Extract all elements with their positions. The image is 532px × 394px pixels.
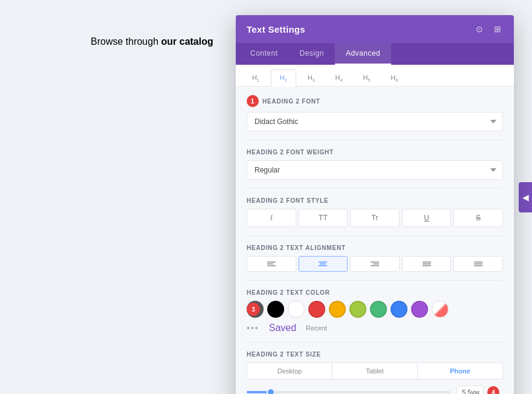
color-label: Heading 2 Text Color xyxy=(247,289,503,296)
tab-advanced[interactable]: Advanced xyxy=(335,43,391,65)
color-footer: ••• Saved Recent xyxy=(247,323,503,333)
align-justify[interactable] xyxy=(402,256,452,272)
modal-title: Text Settings xyxy=(247,24,305,34)
heading-tab-h6[interactable]: H6 xyxy=(381,70,407,86)
device-tabs: Desktop Tablet Phone xyxy=(247,363,503,379)
slider-thumb[interactable] xyxy=(267,388,275,394)
font-section: 1 Heading 2 Font Didact Gothic xyxy=(236,87,514,140)
weight-section: Heading 2 Font Weight Regular xyxy=(236,140,514,188)
align-right[interactable] xyxy=(350,256,400,272)
device-phone[interactable]: Phone xyxy=(418,363,502,379)
align-force-justify[interactable] xyxy=(453,256,503,272)
slider-value-group: 5.5vw 4 xyxy=(456,386,503,394)
heading-tab-h1[interactable]: H1 xyxy=(243,70,268,86)
style-capitalize[interactable]: Tr xyxy=(350,209,400,227)
tab-content[interactable]: Content xyxy=(239,43,289,65)
align-left[interactable] xyxy=(247,256,296,272)
device-desktop[interactable]: Desktop xyxy=(247,363,332,379)
color-black[interactable] xyxy=(267,301,284,318)
tab-design[interactable]: Design xyxy=(289,43,335,65)
browse-text: Browse through our catalog xyxy=(91,36,213,47)
step-badge-3: 3 xyxy=(247,303,260,316)
heading-tab-h3[interactable]: H3 xyxy=(299,70,324,86)
font-label: 1 Heading 2 Font xyxy=(247,95,503,107)
heading-tab-h2[interactable]: H2 xyxy=(271,70,296,87)
modal-content: H1 H2 H3 H4 H5 H6 1 Heading 2 Font Didac… xyxy=(236,65,514,394)
weight-label: Heading 2 Font Weight xyxy=(247,149,503,156)
step-badge-4: 4 xyxy=(487,386,499,394)
step-badge-1: 1 xyxy=(247,95,259,107)
slider-value[interactable]: 5.5vw xyxy=(456,386,484,394)
color-yellow-green[interactable] xyxy=(349,301,366,318)
heading-tabs: H1 H2 H3 H4 H5 H6 xyxy=(236,65,514,87)
size-label: Heading 2 Text Size xyxy=(247,351,503,358)
color-section: Heading 2 Text Color 3 ••• Saved Recent xyxy=(236,281,514,342)
heading-tab-h5[interactable]: H5 xyxy=(354,70,379,86)
style-italic[interactable]: I xyxy=(247,209,296,227)
weight-select[interactable]: Regular xyxy=(247,160,503,180)
device-tablet[interactable]: Tablet xyxy=(332,363,418,379)
color-swatches: 3 xyxy=(247,301,503,318)
right-edge-toggle[interactable]: ◀ xyxy=(519,182,532,212)
align-buttons xyxy=(247,256,503,272)
slider-track[interactable] xyxy=(247,391,450,393)
expand-icon[interactable]: ⊞ xyxy=(492,24,503,34)
slider-row: 5.5vw 4 xyxy=(247,386,503,394)
style-uppercase[interactable]: TT xyxy=(299,209,348,227)
settings-icon[interactable]: ⊙ xyxy=(474,24,485,34)
color-white[interactable] xyxy=(288,301,305,318)
style-strikethrough[interactable]: S xyxy=(453,209,503,227)
color-transparent[interactable] xyxy=(432,301,449,318)
color-blue[interactable] xyxy=(391,301,407,318)
color-saved-label[interactable]: Saved xyxy=(269,323,296,333)
style-underline[interactable]: U xyxy=(402,209,452,227)
text-settings-modal: Text Settings ⊙ ⊞ Content Design Advance… xyxy=(236,15,514,394)
alignment-label: Heading 2 Text Alignment xyxy=(247,245,503,251)
size-section: Heading 2 Text Size Desktop Tablet Phone… xyxy=(236,343,514,394)
align-center[interactable] xyxy=(299,256,348,272)
color-recent-label[interactable]: Recent xyxy=(306,324,327,332)
color-green[interactable] xyxy=(370,301,387,318)
tab-bar: Content Design Advanced xyxy=(236,43,514,65)
color-purple[interactable] xyxy=(411,301,428,318)
style-buttons: I TT Tr U S xyxy=(247,209,503,227)
alignment-section: Heading 2 Text Alignment xyxy=(236,236,514,280)
font-select[interactable]: Didact Gothic xyxy=(247,112,503,131)
heading-tab-h4[interactable]: H4 xyxy=(326,70,352,86)
modal-header: Text Settings ⊙ ⊞ xyxy=(236,15,514,43)
color-more-icon[interactable]: ••• xyxy=(247,323,259,333)
style-section: Heading 2 Font Style I TT Tr U S xyxy=(236,189,514,235)
style-label: Heading 2 Font Style xyxy=(247,197,503,204)
color-picker-btn[interactable]: 3 xyxy=(247,301,264,318)
modal-header-icons: ⊙ ⊞ xyxy=(474,24,503,34)
color-red[interactable] xyxy=(308,301,325,318)
color-orange[interactable] xyxy=(329,301,346,318)
